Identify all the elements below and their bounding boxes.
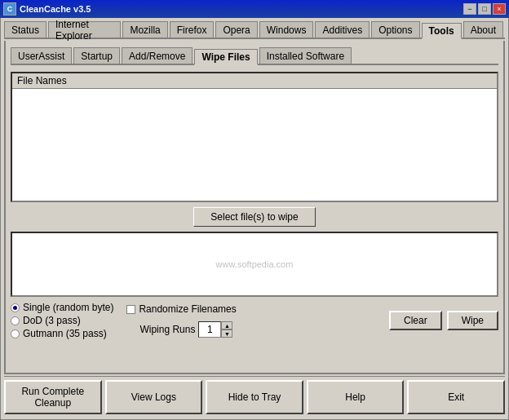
maximize-button[interactable]: □ xyxy=(478,3,491,15)
wipe-button[interactable]: Wipe xyxy=(447,311,498,330)
options-row: Single (random byte) DoD (3 pass) Gutman… xyxy=(11,302,498,339)
select-btn-row: Select file(s) to wipe xyxy=(11,207,498,227)
radio-gutmann-circle[interactable] xyxy=(11,329,20,338)
tab-wipefiles[interactable]: Wipe Files xyxy=(194,49,257,65)
wiping-runs-input[interactable] xyxy=(198,321,221,338)
radio-dod-label: DoD (3 pass) xyxy=(23,315,81,326)
tab-installedsoftware[interactable]: Installed Software xyxy=(259,47,352,64)
bottom-toolbar: Run Complete Cleanup View Logs Hide to T… xyxy=(4,376,505,416)
spinner-buttons: ▲ ▼ xyxy=(221,321,232,338)
tab-userassist[interactable]: UserAssist xyxy=(11,47,72,64)
file-list-header: File Names xyxy=(12,73,497,89)
title-text: CleanCache v3.5 xyxy=(20,4,91,14)
tab-about[interactable]: About xyxy=(463,21,503,38)
select-files-button[interactable]: Select file(s) to wipe xyxy=(193,207,315,227)
exit-button[interactable]: Exit xyxy=(407,380,505,414)
hide-to-tray-button[interactable]: Hide to Tray xyxy=(206,380,303,414)
radio-dod-circle[interactable] xyxy=(11,316,20,325)
tab-status[interactable]: Status xyxy=(4,21,46,38)
tab-options[interactable]: Options xyxy=(371,21,419,38)
tab-addremove[interactable]: Add/Remove xyxy=(122,47,193,64)
tab-windows[interactable]: Windows xyxy=(259,21,314,38)
radio-single[interactable]: Single (random byte) xyxy=(11,302,113,313)
checkbox-box[interactable] xyxy=(126,305,135,314)
tab-row-1: Status Internet Explorer Mozilla Firefox… xyxy=(4,21,505,39)
randomize-filenames-checkbox[interactable]: Randomize Filenames xyxy=(126,303,236,315)
spinner-up[interactable]: ▲ xyxy=(221,321,232,329)
file-list-container: File Names xyxy=(11,72,498,202)
tab-additives[interactable]: Additives xyxy=(315,21,370,38)
content-area: UserAssist Startup Add/Remove Wipe Files… xyxy=(4,41,505,374)
run-complete-cleanup-button[interactable]: Run Complete Cleanup xyxy=(4,380,102,414)
radio-single-label: Single (random byte) xyxy=(23,302,113,313)
view-logs-button[interactable]: View Logs xyxy=(105,380,203,414)
tab-mozilla[interactable]: Mozilla xyxy=(122,21,167,38)
tab-startup[interactable]: Startup xyxy=(73,47,120,64)
tab-row-2: UserAssist Startup Add/Remove Wipe Files… xyxy=(11,47,498,65)
spinner-container: ▲ ▼ xyxy=(198,321,232,338)
action-buttons: Clear Wipe xyxy=(389,311,498,330)
tab-opera[interactable]: Opera xyxy=(215,21,257,38)
watermark: www.softpedia.com xyxy=(216,259,294,269)
title-bar: C CleanCache v3.5 − □ × xyxy=(0,0,509,18)
tab-ie[interactable]: Internet Explorer xyxy=(48,21,121,38)
help-button[interactable]: Help xyxy=(307,380,405,414)
radio-gutmann[interactable]: Gutmann (35 pass) xyxy=(11,328,113,339)
tab-tools[interactable]: Tools xyxy=(422,23,462,39)
radio-group: Single (random byte) DoD (3 pass) Gutman… xyxy=(11,302,113,339)
wiping-runs: Wiping Runs ▲ ▼ xyxy=(139,321,236,338)
wiping-runs-label: Wiping Runs xyxy=(139,324,195,335)
radio-single-circle[interactable] xyxy=(11,303,20,312)
log-area: www.softpedia.com xyxy=(11,232,498,297)
file-list-body xyxy=(12,89,497,200)
app-icon: C xyxy=(3,2,16,15)
tab-firefox[interactable]: Firefox xyxy=(170,21,215,38)
minimize-button[interactable]: − xyxy=(463,3,476,15)
close-button[interactable]: × xyxy=(493,3,506,15)
radio-gutmann-label: Gutmann (35 pass) xyxy=(23,328,107,339)
checkbox-label: Randomize Filenames xyxy=(139,303,236,315)
main-window: Status Internet Explorer Mozilla Firefox… xyxy=(0,18,509,420)
spinner-down[interactable]: ▼ xyxy=(221,329,232,338)
clear-button[interactable]: Clear xyxy=(389,311,442,330)
radio-dod[interactable]: DoD (3 pass) xyxy=(11,315,113,326)
